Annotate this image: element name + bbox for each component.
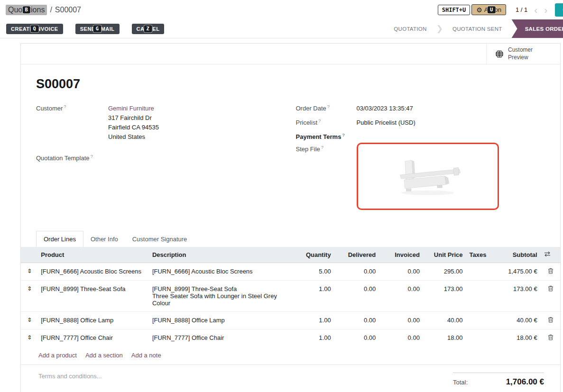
col-quantity: Quantity (292, 247, 335, 263)
gear-icon: ⚙ (476, 7, 482, 13)
table-row: ⇕ [FURN_8888] Office Lamp [FURN_8888] Of… (21, 311, 560, 329)
drag-handle[interactable]: ⇕ (21, 311, 38, 329)
create-button[interactable]: Create (555, 3, 563, 17)
cancel-button[interactable]: CANCEL Z (132, 24, 165, 34)
tab-other-info[interactable]: Other Info (83, 231, 125, 247)
send-email-button[interactable]: SEND EMAIL G (75, 24, 120, 34)
cell-quantity[interactable]: 1.00 (292, 311, 335, 329)
col-subtotal: Subtotal (489, 247, 541, 263)
pricelist-label: Pricelist? (296, 118, 357, 128)
optional-columns-button[interactable] (541, 247, 560, 263)
delete-row-button[interactable] (541, 311, 560, 329)
cell-invoiced: 0.00 (379, 280, 424, 311)
customer-preview-button[interactable]: Customer Preview (486, 44, 560, 64)
col-unit-price: Unit Price (424, 247, 467, 263)
adjust-columns-icon (544, 251, 551, 257)
help-icon: ? (91, 154, 93, 159)
cell-subtotal: 18.00 € (489, 329, 541, 346)
cell-description[interactable]: [FURN_8999] Three-Seat Sofa Three Seater… (149, 280, 292, 311)
cell-delivered: 0.00 (335, 311, 380, 329)
terms-and-conditions-input[interactable]: Terms and conditions... (38, 373, 102, 380)
cell-taxes[interactable] (467, 329, 489, 346)
table-header-row: Product Description Quantity Delivered I… (21, 247, 560, 263)
cell-unit-price[interactable]: 40.00 (424, 311, 467, 329)
help-icon: ? (327, 104, 330, 109)
shortcut-hint-shift-u: SHIFT+U (438, 5, 471, 15)
field-pricelist: Pricelist? Public Pricelist (USD) (296, 118, 542, 128)
shortcut-badge-z: Z (144, 25, 152, 33)
drag-handle[interactable]: ⇕ (21, 329, 38, 346)
form-footer: Terms and conditions... Total: 1,706.00 … (21, 365, 560, 387)
cell-product[interactable]: [FURN_8999] Three-Seat Sofa (38, 280, 149, 311)
record-action-buttons: CREATE INVOICE Q SEND EMAIL G CANCEL Z (0, 19, 176, 38)
delete-row-button[interactable] (541, 280, 560, 311)
order-date-value[interactable]: 03/03/2023 13:35:47 (357, 104, 413, 113)
button-statusbar: CREATE INVOICE Q SEND EMAIL G CANCEL Z Q… (0, 19, 563, 38)
status-step-quotation-sent[interactable]: QUOTATION SENT (443, 19, 512, 38)
sales-order-page: Quotations B / S00007 SHIFT+U ⚙ Action U… (0, 0, 563, 392)
trash-icon (548, 317, 554, 323)
status-step-quotation[interactable]: QUOTATION (384, 19, 436, 38)
cell-product[interactable]: [FURN_8888] Office Lamp (38, 311, 149, 329)
status-step-sales-order[interactable]: SALES ORDER (512, 19, 563, 38)
cell-delivered: 0.00 (335, 329, 380, 346)
add-section-link[interactable]: Add a section (85, 352, 123, 359)
cell-quantity[interactable]: 1.00 (292, 280, 335, 311)
cell-taxes[interactable] (467, 311, 489, 329)
control-panel-right: SHIFT+U ⚙ Action U 1 / 1 ‹ › Create (438, 0, 563, 19)
tab-customer-signature[interactable]: Customer Signature (125, 231, 194, 247)
breadcrumb: Quotations B / S00007 (6, 5, 81, 15)
cell-delivered: 0.00 (335, 280, 380, 311)
cell-unit-price[interactable]: 295.00 (424, 263, 467, 280)
create-invoice-button[interactable]: CREATE INVOICE Q (6, 24, 63, 34)
shortcut-badge-q: Q (30, 25, 38, 33)
drag-handle[interactable]: ⇕ (21, 280, 38, 311)
totals-box: Total: 1,706.00 € (453, 373, 544, 387)
col-product: Product (38, 247, 149, 263)
shortcut-badge-b: B (23, 6, 30, 14)
quotation-template-label: Quotation Template? (36, 154, 108, 162)
cell-invoiced: 0.00 (379, 311, 424, 329)
control-panel-top: Quotations B / S00007 SHIFT+U ⚙ Action U… (0, 0, 563, 19)
total-label: Total: (453, 379, 468, 386)
cell-product[interactable]: [FURN_6666] Acoustic Bloc Screens (38, 263, 149, 280)
cell-description[interactable]: [FURN_7777] Office Chair (149, 329, 292, 346)
notebook-tabs: Order Lines Other Info Customer Signatur… (36, 231, 541, 247)
add-note-link[interactable]: Add a note (131, 352, 161, 359)
delete-row-button[interactable] (541, 263, 560, 280)
drag-handle[interactable]: ⇕ (21, 263, 38, 280)
customer-preview-label: Customer Preview (508, 46, 533, 61)
col-taxes: Taxes (467, 247, 489, 263)
customer-link[interactable]: Gemini Furniture (108, 104, 159, 113)
cell-taxes[interactable] (467, 263, 489, 280)
fields-left-column: Customer? Gemini Furniture 317 Fairchild… (36, 104, 282, 215)
add-product-link[interactable]: Add a product (38, 352, 77, 359)
breadcrumb-current: S00007 (55, 6, 81, 14)
field-step-file: Step File? (296, 145, 542, 210)
pager-previous-icon[interactable]: ‹ (534, 5, 537, 15)
fields-grid: Customer? Gemini Furniture 317 Fairchild… (36, 104, 541, 215)
pricelist-value[interactable]: Public Pricelist (USD) (357, 118, 415, 128)
cell-description[interactable]: [FURN_6666] Acoustic Bloc Screens (149, 263, 292, 280)
breadcrumb-quotations-link[interactable]: Quotations B (6, 5, 47, 15)
globe-icon (495, 50, 504, 58)
cell-unit-price[interactable]: 173.00 (424, 280, 467, 311)
cell-description[interactable]: [FURN_8888] Office Lamp (149, 311, 292, 329)
tab-order-lines[interactable]: Order Lines (36, 231, 83, 247)
cell-product[interactable]: [FURN_7777] Office Chair (38, 329, 149, 346)
action-menu-button[interactable]: ⚙ Action U (471, 4, 506, 15)
delete-row-button[interactable] (541, 329, 560, 346)
form-card: Customer Preview S00007 Customer? Gemini… (20, 43, 561, 392)
step-file-viewer[interactable] (357, 143, 499, 210)
cell-quantity[interactable]: 1.00 (292, 329, 335, 346)
pager-next-icon[interactable]: › (544, 5, 547, 15)
help-icon: ? (342, 132, 345, 137)
cell-taxes[interactable] (467, 280, 489, 311)
cell-quantity[interactable]: 5.00 (292, 263, 335, 280)
cell-subtotal: 173.00 € (489, 280, 541, 311)
field-payment-terms: Payment Terms? (296, 132, 542, 140)
trash-icon (548, 285, 554, 292)
cell-unit-price[interactable]: 18.00 (424, 329, 467, 346)
trash-icon (548, 334, 554, 340)
cell-subtotal: 40.00 € (489, 311, 541, 329)
